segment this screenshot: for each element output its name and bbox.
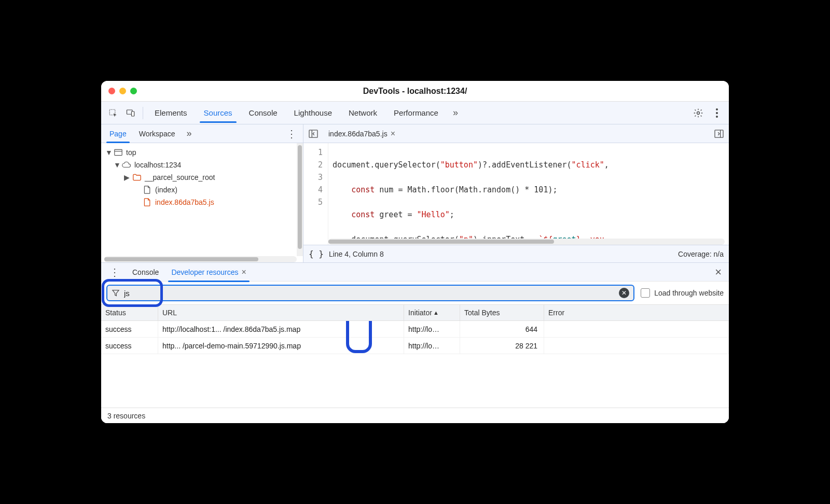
editor-tabbar: index.86da7ba5.js × <box>303 124 729 143</box>
svg-point-3 <box>697 111 700 114</box>
drawer-tab-label: Developer resources <box>171 268 238 276</box>
checkbox-label: Load through website <box>654 289 724 297</box>
resources-footer: 3 resources <box>101 408 729 423</box>
drawer-tabbar: ⋮ Console Developer resources × × <box>101 263 729 282</box>
close-drawer-tab-icon[interactable]: × <box>242 268 246 277</box>
cell-url: http://localhost:1... /index.86da7ba5.js… <box>158 321 404 337</box>
main-tabbar: Elements Sources Console Lighthouse Netw… <box>101 102 729 124</box>
cell-status: success <box>101 338 158 354</box>
divider <box>143 107 143 119</box>
col-header-error[interactable]: Error <box>544 305 729 320</box>
code-editor[interactable]: 1 2 3 4 5 document.querySelector("button… <box>303 143 729 245</box>
line-number: 2 <box>303 159 323 171</box>
table-row[interactable]: success http://localhost:1... /index.86d… <box>101 321 729 338</box>
tab-network[interactable]: Network <box>341 104 384 121</box>
checkbox-icon[interactable] <box>641 288 650 298</box>
file-tab-label: index.86da7ba5.js <box>328 130 388 138</box>
line-number: 3 <box>303 171 323 184</box>
cell-url: http... /parcel-demo-main.59712990.js.ma… <box>158 338 404 354</box>
editor-statusbar: { } Line 4, Column 8 Coverage: n/a <box>303 245 729 262</box>
show-debugger-icon[interactable] <box>712 127 726 141</box>
inspect-element-icon[interactable] <box>105 105 121 121</box>
cell-bytes: 644 <box>460 321 544 337</box>
cell-error <box>544 321 729 337</box>
cursor-position: Line 4, Column 8 <box>329 250 384 258</box>
tab-elements[interactable]: Elements <box>147 104 195 121</box>
svg-point-6 <box>716 116 718 118</box>
filter-box[interactable]: ✕ <box>106 285 634 301</box>
line-number: 1 <box>303 146 323 159</box>
tab-sources[interactable]: Sources <box>197 104 240 121</box>
tree-origin[interactable]: ▼ localhost:1234 <box>101 159 303 171</box>
line-gutter: 1 2 3 4 5 <box>303 143 328 245</box>
line-number: 5 <box>303 196 323 208</box>
coverage-status: Coverage: n/a <box>678 250 724 258</box>
drawer-tab-console[interactable]: Console <box>127 264 164 280</box>
tree-folder[interactable]: ▶ __parcel_source_root <box>101 171 303 184</box>
resources-table-header: Status URL Initiator▲ Total Bytes Error <box>101 304 729 321</box>
tab-console[interactable]: Console <box>242 104 285 121</box>
settings-icon[interactable] <box>690 105 706 121</box>
editor-pane: index.86da7ba5.js × 1 2 3 4 5 document.q… <box>303 124 729 262</box>
resources-table-body[interactable]: success http://localhost:1... /index.86d… <box>101 321 729 408</box>
tree-file-index[interactable]: (index) <box>101 184 303 196</box>
cell-initiator: http://lo… <box>404 338 460 354</box>
drawer-more-icon[interactable]: ⋮ <box>104 263 125 281</box>
resource-count: 3 resources <box>107 412 145 420</box>
tree-label: top <box>126 148 136 157</box>
tree-label: localhost:1234 <box>134 161 181 169</box>
sources-navigator: Page Workspace » ⋮ ▼ top ▼ localhost:123… <box>101 124 303 262</box>
sort-asc-icon: ▲ <box>433 310 439 316</box>
tree-label: index.86da7ba5.js <box>155 198 214 206</box>
pretty-print-icon[interactable]: { } <box>309 249 324 259</box>
clear-filter-icon[interactable]: ✕ <box>619 288 629 298</box>
file-tab[interactable]: index.86da7ba5.js × <box>324 126 399 142</box>
close-drawer-icon[interactable]: × <box>711 263 726 281</box>
show-navigator-icon[interactable] <box>307 127 320 141</box>
svg-point-4 <box>716 108 718 110</box>
code-content[interactable]: document.querySelector("button")?.addEve… <box>328 143 729 245</box>
tree-frame-top[interactable]: ▼ top <box>101 146 303 159</box>
drawer-tab-developer-resources[interactable]: Developer resources × <box>166 264 252 281</box>
devtools-window: DevTools - localhost:1234/ Elements Sour… <box>101 81 729 423</box>
svg-rect-2 <box>132 111 134 116</box>
filter-row: ✕ Load through website <box>101 282 729 304</box>
tree-label: __parcel_source_root <box>145 173 215 181</box>
subtab-workspace[interactable]: Workspace <box>134 126 181 142</box>
cell-bytes: 28 221 <box>460 338 544 354</box>
titlebar: DevTools - localhost:1234/ <box>101 81 729 102</box>
col-header-url[interactable]: URL <box>158 305 404 320</box>
tree-horizontal-scrollbar[interactable] <box>104 256 297 262</box>
load-through-website-checkbox[interactable]: Load through website <box>641 288 724 298</box>
more-menu-icon[interactable] <box>709 105 725 121</box>
subtabs-overflow-icon[interactable]: » <box>182 125 196 142</box>
svg-rect-7 <box>115 149 122 155</box>
device-toolbar-icon[interactable] <box>123 105 139 121</box>
tree-label: (index) <box>155 186 177 194</box>
navigator-tabs: Page Workspace » ⋮ <box>101 124 303 143</box>
col-header-bytes[interactable]: Total Bytes <box>460 305 544 320</box>
navigator-more-icon[interactable]: ⋮ <box>283 125 300 142</box>
file-tree[interactable]: ▼ top ▼ localhost:1234 ▶ __parcel_source… <box>101 143 303 256</box>
tabs-overflow-icon[interactable]: » <box>448 103 463 122</box>
tab-performance[interactable]: Performance <box>386 104 446 121</box>
subtab-page[interactable]: Page <box>104 126 132 142</box>
cell-initiator: http://lo… <box>404 321 460 337</box>
tab-lighthouse[interactable]: Lighthouse <box>287 104 339 121</box>
close-tab-icon[interactable]: × <box>391 129 395 138</box>
col-header-status[interactable]: Status <box>101 305 158 320</box>
svg-point-5 <box>716 112 718 114</box>
tree-file-js[interactable]: index.86da7ba5.js <box>101 196 303 208</box>
line-number: 4 <box>303 184 323 196</box>
col-header-initiator[interactable]: Initiator▲ <box>404 305 460 320</box>
drawer: ⋮ Console Developer resources × × ✕ Load… <box>101 262 729 423</box>
editor-horizontal-scrollbar[interactable] <box>328 239 725 245</box>
cell-status: success <box>101 321 158 337</box>
window-title: DevTools - localhost:1234/ <box>101 87 729 96</box>
table-row[interactable]: success http... /parcel-demo-main.597129… <box>101 338 729 354</box>
filter-input[interactable] <box>124 289 615 298</box>
workspace: Page Workspace » ⋮ ▼ top ▼ localhost:123… <box>101 124 729 262</box>
filter-icon <box>112 289 120 297</box>
tree-vertical-scrollbar[interactable] <box>297 143 303 256</box>
cell-error <box>544 338 729 354</box>
